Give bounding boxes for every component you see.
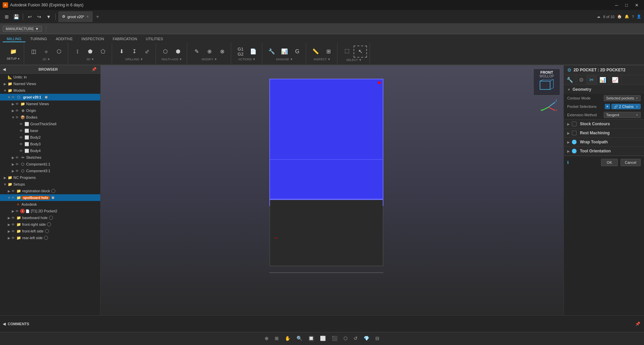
rest-checkbox[interactable] <box>572 131 577 135</box>
inspect-btn1[interactable]: 📏 <box>310 46 322 57</box>
grid-icon[interactable]: ⊞ <box>3 13 11 21</box>
cloud-icon[interactable]: ☁ <box>597 14 600 19</box>
models-item[interactable]: ▼ 📁 Models <box>0 87 100 94</box>
comp3-item[interactable]: ▶ 👁 ⬡ Component3:1 <box>0 167 100 174</box>
geometry-header[interactable]: ▼ Geometry <box>564 85 644 94</box>
drill-btn2[interactable]: ↧ <box>128 46 140 57</box>
select-btn1[interactable]: ⬚ <box>341 46 353 58</box>
eye16[interactable]: 👁 <box>11 216 16 220</box>
bottom-btn-5[interactable]: 🔲 <box>306 335 316 342</box>
tab-milling[interactable]: MILLING <box>3 36 25 42</box>
wrap-toolpath-header[interactable]: ▶ Wrap Toolpath <box>564 138 644 146</box>
tool-orientation-header[interactable]: ▶ Tool Orientation <box>564 147 644 155</box>
manage-btn1[interactable]: 🔧 <box>266 46 278 57</box>
bottom-btn-8[interactable]: ⬡ <box>341 335 350 342</box>
eye18[interactable]: 👁 <box>11 229 16 233</box>
front-right-item[interactable]: ▶ 👁 📁 front-right side <box>0 221 100 228</box>
bottom-btn-7[interactable]: ⬛ <box>330 335 339 342</box>
tab-close-btn[interactable]: ✕ <box>86 15 89 18</box>
bottom-btn-6[interactable]: ⬜ <box>318 335 328 342</box>
eye17[interactable]: 👁 <box>11 223 16 226</box>
reg-block-item[interactable]: ▶ 👁 📁 registration block <box>0 188 100 194</box>
maximize-button[interactable]: □ <box>622 1 631 9</box>
bottom-btn-11[interactable]: ⊟ <box>373 335 381 342</box>
body4-item[interactable]: 👁 ⬜ Body4 <box>0 147 100 154</box>
eye4[interactable]: 👁 <box>15 116 20 119</box>
save-icon[interactable]: 💾 <box>12 13 20 21</box>
eye6[interactable]: 👁 <box>19 129 24 133</box>
prop-tab-barchart[interactable]: 📈 <box>609 75 622 85</box>
record-icon[interactable]: ⏺ <box>44 95 48 99</box>
ok-button[interactable]: OK <box>601 159 618 166</box>
named-views-item[interactable]: ▶ 👁 📁 Named Views <box>0 100 100 107</box>
eye19[interactable]: 👁 <box>11 236 16 240</box>
bodies-item[interactable]: ▼ 👁 📦 Bodies <box>0 114 100 121</box>
tab-turning[interactable]: TURNING <box>26 36 51 42</box>
action-btn1[interactable]: G1G2 <box>234 46 247 57</box>
viewport-3d[interactable]: → FRONT WOLLOP <box>101 65 564 315</box>
named-views-root-item[interactable]: ▶ 📁 Named Views <box>0 80 100 87</box>
base-item[interactable]: 👁 ⬜ base <box>0 127 100 134</box>
tab-fabrication[interactable]: FABRICATION <box>109 36 141 42</box>
cancel-button[interactable]: Cancel <box>621 159 641 166</box>
origin-item[interactable]: ▶ 👁 ⊕ Origin <box>0 107 100 114</box>
contour-mode-select[interactable]: Selected pockets ▼ <box>604 95 641 101</box>
eye13[interactable]: 👁 <box>11 189 16 193</box>
undo-button[interactable]: ↩ <box>26 13 34 21</box>
bottom-btn-4[interactable]: 🔍 <box>294 335 304 342</box>
bottom-btn-3[interactable]: ✋ <box>283 335 292 342</box>
eye15[interactable]: 👁 <box>15 209 20 213</box>
pocket2-item[interactable]: ▶ 👁 ! 📄 [T1] 2D Pocket2 <box>0 208 100 214</box>
browser-pin-btn[interactable]: 📌 <box>91 67 98 72</box>
eye2[interactable]: 👁 <box>15 102 20 106</box>
stock-checkbox[interactable] <box>572 122 577 126</box>
eye12[interactable]: 👁 <box>15 169 20 173</box>
eye14[interactable]: 👁 <box>11 196 16 200</box>
drill-btn1[interactable]: ⬇ <box>115 46 127 57</box>
close-button[interactable]: ✕ <box>632 1 641 9</box>
manufacture-badge[interactable]: MANUFACTURE ▼ <box>3 26 42 32</box>
mod-btn1[interactable]: ✎ <box>191 46 203 57</box>
nc-programs-item[interactable]: ▶ 📁 NC Programs <box>0 174 100 181</box>
2d-btn3[interactable]: ⬡ <box>53 46 65 57</box>
groottickshell-item[interactable]: 👁 ⬜ GrootThickShell <box>0 121 100 127</box>
eye9[interactable]: 👁 <box>19 149 24 153</box>
bell-icon[interactable]: 🔔 <box>625 14 629 19</box>
comp1-item[interactable]: ▶ 👁 ⬡ Component1:1 <box>0 161 100 167</box>
2d-btn1[interactable]: ◫ <box>28 46 40 57</box>
inspect-btn2[interactable]: ⊞ <box>322 46 334 57</box>
comments-collapse[interactable]: ◀ <box>3 322 6 326</box>
3d-btn2[interactable]: ⬟ <box>84 46 96 57</box>
tab-additive[interactable]: ADDITIVE <box>52 36 77 42</box>
eye5[interactable]: 👁 <box>19 122 24 126</box>
2d-btn2[interactable]: ⟐ <box>40 46 52 57</box>
multi-btn2[interactable]: ⬢ <box>172 46 184 57</box>
stock-contours-header[interactable]: ▶ Stock Contours <box>564 120 644 128</box>
browser-collapse-icon[interactable]: ◀ <box>3 67 6 72</box>
chains-tag[interactable]: 🔗 2 Chains ✕ <box>611 104 641 109</box>
setup-button[interactable]: 📁 SETUP ▼ <box>5 46 21 61</box>
groot-item[interactable]: ▼ 👁 ⬡ groot v20:1 ⏺ <box>0 94 100 100</box>
bottom-btn-1[interactable]: ⊕ <box>263 335 271 342</box>
comments-pin[interactable]: 📌 <box>634 321 641 327</box>
sketches-item[interactable]: ▶ 👁 ✏ Sketches <box>0 154 100 161</box>
3d-btn1[interactable]: ⟟ <box>71 46 84 57</box>
new-tab-button[interactable]: + <box>94 14 101 20</box>
eye7[interactable]: 👁 <box>19 136 24 139</box>
home-icon[interactable]: 🏠 <box>617 14 622 19</box>
manage-btn2[interactable]: 📊 <box>278 46 290 57</box>
multi-btn1[interactable]: ⬡ <box>159 46 171 57</box>
setups-item[interactable]: ▼ 📁 Setups <box>0 181 100 188</box>
rear-left-item[interactable]: ▶ 👁 📁 rear-left side <box>0 234 100 241</box>
account-icon[interactable]: 👤 <box>637 14 641 19</box>
dropdown-arrow[interactable]: ▼ <box>45 13 53 21</box>
drill-btn3[interactable]: ⬃ <box>141 46 153 57</box>
minimize-button[interactable]: ─ <box>612 1 621 9</box>
bottom-btn-9[interactable]: ↺ <box>352 335 360 342</box>
add-chain-button[interactable]: + <box>605 104 610 109</box>
main-tab[interactable]: ⚙ groot v20* ✕ <box>58 11 93 22</box>
prop-tab-cut[interactable]: ✂ <box>587 75 597 85</box>
prop-tab-holder[interactable]: ⚙ <box>576 75 587 85</box>
baseboard-item[interactable]: ▶ 👁 📁 baseboard hole <box>0 214 100 221</box>
viewport[interactable]: → FRONT WOLLOP <box>101 65 564 315</box>
